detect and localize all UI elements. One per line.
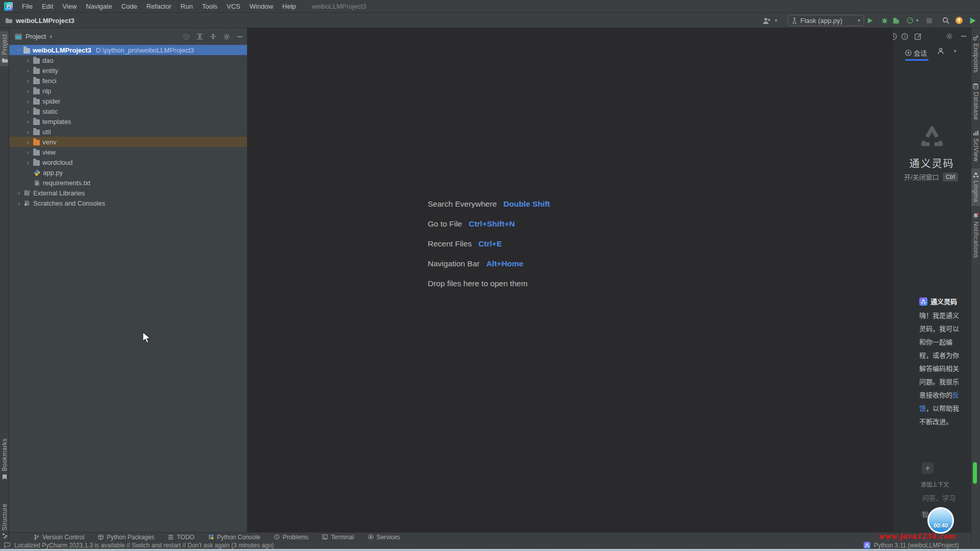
tree-row-venv[interactable]: ›venv [9, 137, 247, 147]
chevron-down-icon[interactable]: › [15, 46, 22, 54]
chevron-right-icon[interactable]: › [24, 57, 32, 64]
menu-item-window[interactable]: Window [245, 0, 278, 13]
run-button[interactable] [867, 15, 873, 26]
search-everywhere-icon[interactable] [942, 15, 949, 26]
hide-lingma-icon[interactable] [959, 32, 968, 41]
chevron-right-icon[interactable]: › [24, 148, 32, 156]
chevron-right-icon[interactable]: › [24, 108, 32, 115]
chevron-right-icon[interactable]: › [24, 67, 32, 74]
recorder-green-bar [973, 462, 977, 484]
menu-item-vcs[interactable]: VCS [222, 0, 245, 13]
toolwindow-todo[interactable]: TODO [168, 534, 194, 541]
help-icon[interactable]: ? [900, 32, 909, 41]
tree-row-static[interactable]: ›static [9, 106, 247, 116]
shortcut-go-to-file: Go to File Ctrl+Shift+N [428, 218, 550, 230]
tree-row-wordcloud[interactable]: ›wordcloud [9, 157, 247, 167]
tree-row-dao[interactable]: ›dao [9, 55, 247, 65]
menu-item-help[interactable]: Help [278, 0, 301, 13]
tree-row-external-libraries[interactable]: › External Libraries [9, 188, 247, 198]
close-button[interactable]: ✕ [0, 0, 17, 12]
stripe-project-button[interactable]: Project [0, 31, 9, 66]
tree-row-util[interactable]: ›util [9, 127, 247, 137]
menu-item-code[interactable]: Code [117, 0, 142, 13]
chevron-right-icon[interactable]: › [24, 128, 32, 136]
chevron-right-icon[interactable]: › [24, 87, 32, 95]
stripe-endpoints-button[interactable]: Endpoints [971, 31, 980, 77]
chevron-right-icon[interactable]: › [15, 189, 23, 197]
add-context-label: 添加上下文 [921, 480, 949, 488]
stripe-database-button[interactable]: Database [971, 80, 980, 123]
expand-all-icon[interactable] [197, 33, 203, 40]
toolwindow-problems[interactable]: Problems [274, 534, 309, 541]
profiler-caret-icon[interactable]: ▾ [916, 15, 919, 26]
tree-item-label: External Libraries [33, 189, 85, 197]
code-with-me-caret-icon[interactable]: ▾ [775, 15, 777, 26]
history-icon[interactable] [892, 32, 898, 41]
tree-row-entity[interactable]: ›entity [9, 65, 247, 76]
plugin-play-icon[interactable] [969, 15, 976, 26]
toolwindow-python-console[interactable]: Python Console [208, 534, 260, 541]
menu-item-tools[interactable]: Tools [198, 0, 222, 13]
drop-hint-label: Drop files here to open them [428, 279, 528, 288]
add-context-button[interactable]: + [922, 462, 934, 474]
tree-item-label: util [42, 128, 51, 136]
chevron-right-icon[interactable]: › [24, 77, 32, 85]
interpreter-widget[interactable]: Python 3.11 (weiboLLMProject) [864, 541, 959, 549]
code-with-me-button[interactable] [763, 15, 771, 26]
locate-file-icon[interactable] [183, 33, 190, 40]
menu-item-refactor[interactable]: Refactor [142, 0, 176, 13]
chevron-right-icon[interactable]: › [15, 199, 23, 207]
tree-item-label: app.py [43, 169, 63, 177]
stripe-sciview-button[interactable]: SciView [971, 127, 980, 165]
toolwindow-version-control[interactable]: Version Control [34, 534, 84, 541]
tree-row-scratches[interactable]: › Scratches and Consoles [9, 198, 247, 208]
menu-item-view[interactable]: View [58, 0, 81, 13]
tree-row-app-py[interactable]: app.py [9, 167, 247, 178]
collapse-all-icon[interactable] [210, 33, 216, 40]
profiler-button[interactable] [906, 15, 914, 26]
tree-row-root[interactable]: › weiboLLMProject3 D:\python_pro\weiboLL… [9, 45, 247, 55]
menu-item-edit[interactable]: Edit [37, 0, 58, 13]
run-with-coverage-button[interactable] [893, 15, 899, 26]
stripe-bookmarks-button[interactable]: Bookmarks [0, 435, 9, 483]
chevron-right-icon[interactable]: › [24, 97, 32, 105]
hide-panel-icon[interactable] [237, 34, 243, 40]
panel-settings-gear-icon[interactable] [223, 33, 230, 40]
chevron-right-icon[interactable]: › [24, 159, 32, 166]
project-view-caret-icon[interactable]: ▾ [50, 34, 52, 39]
toolwindow-python-packages[interactable]: Python Packages [98, 534, 154, 541]
tree-row-nlp[interactable]: ›nlp [9, 86, 247, 96]
libraries-icon [23, 189, 31, 197]
toolwindow-terminal[interactable]: Terminal [322, 534, 354, 541]
drop-files-hint: Drop files here to open them [428, 278, 550, 290]
status-message[interactable]: Localized PyCharm 2023.1.3 is available … [0, 542, 274, 549]
chevron-right-icon[interactable]: › [24, 138, 32, 146]
project-widget[interactable]: weiboLLMProject3 [5, 13, 75, 28]
stripe-notifications-button[interactable]: Notifications [971, 209, 980, 262]
debug-button[interactable] [881, 15, 888, 26]
stripe-lingma-button[interactable]: Lingma [971, 168, 980, 206]
chat-message-header: 通义灵码 [919, 296, 969, 306]
account-caret-icon[interactable]: ▾ [954, 48, 957, 54]
toolwindow-services[interactable]: Services [368, 534, 400, 541]
tree-row-requirements-txt[interactable]: requirements.txt [9, 178, 247, 188]
update-available-icon[interactable] [955, 15, 963, 26]
menu-item-run[interactable]: Run [176, 0, 198, 13]
tree-row-fenci[interactable]: ›fenci [9, 76, 247, 86]
todo-list-icon [168, 535, 174, 540]
new-chat-icon[interactable] [913, 32, 922, 41]
account-icon[interactable] [937, 47, 945, 55]
menu-item-file[interactable]: File [17, 0, 37, 13]
screen-recorder-timer[interactable]: 00:40 [927, 507, 954, 534]
lingma-session-tab[interactable]: 会话 [905, 46, 927, 59]
chat-input-placeholder[interactable]: 问答、学习 [922, 493, 955, 503]
chevron-right-icon[interactable]: › [24, 118, 32, 126]
folder-icon [32, 77, 40, 85]
run-configuration-select[interactable]: Flask (app.py) ▾ [788, 15, 864, 26]
tree-row-view[interactable]: ›view [9, 147, 247, 157]
stripe-structure-button[interactable]: Structure [0, 500, 9, 541]
tree-row-spider[interactable]: ›spider [9, 96, 247, 106]
tree-row-templates[interactable]: ›templates [9, 116, 247, 127]
lingma-settings-gear-icon[interactable] [945, 32, 954, 41]
menu-item-navigate[interactable]: Navigate [81, 0, 116, 13]
